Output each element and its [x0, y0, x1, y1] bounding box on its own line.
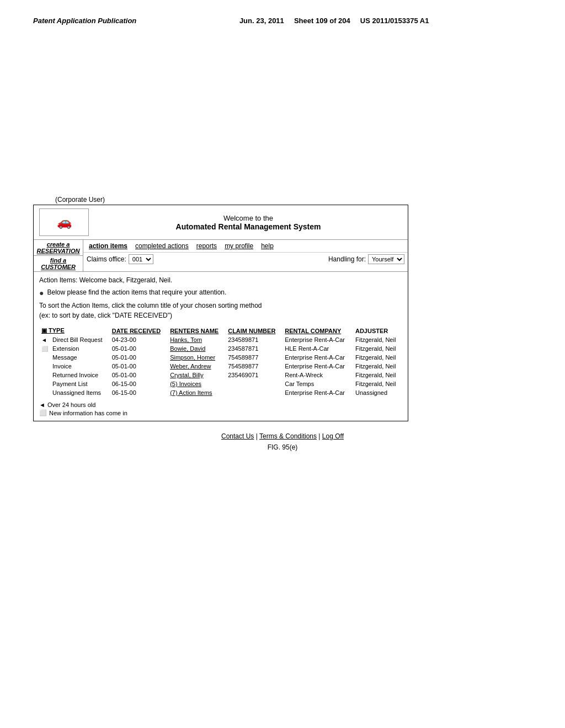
- nav-sub-row: Claims office: 001 Handling for: Yoursel…: [83, 253, 408, 266]
- row-renter[interactable]: Bowie, David: [168, 344, 226, 353]
- row-date: 05-01-00: [110, 353, 168, 362]
- claims-office-select[interactable]: 001: [129, 254, 153, 264]
- col-type[interactable]: ▣ TYPE: [39, 326, 110, 335]
- col-date[interactable]: DATE RECEIVED: [110, 326, 168, 335]
- row-adjuster: Fitzgerald, Neil: [353, 371, 402, 379]
- row-type: Returned Invoice: [50, 371, 110, 379]
- legend-icon-1: ◄: [39, 402, 45, 408]
- row-type: Invoice: [50, 362, 110, 371]
- patent-header: Patent Application Publication Jun. 23, …: [0, 0, 565, 30]
- row-date: 05-01-00: [110, 371, 168, 379]
- row-adjuster: Fitzgerald, Neil: [353, 353, 402, 362]
- row-date: 05-01-00: [110, 362, 168, 371]
- fig-label: FIG. 95(e): [268, 443, 298, 451]
- footer-logoff-link[interactable]: Log Off: [322, 432, 344, 440]
- find-customer-link[interactable]: find aCUSTOMER: [34, 256, 83, 271]
- table-header-row: ▣ TYPE DATE RECEIVED RENTERS NAME CLAIM …: [39, 326, 402, 335]
- row-company: Enterprise Rent-A-Car: [282, 388, 353, 397]
- legend: ◄ Over 24 hours old ⬜ New information ha…: [39, 402, 402, 416]
- row-type: Message: [50, 353, 110, 362]
- row-adjuster: Fitzgerald, Neil: [353, 335, 402, 344]
- action-welcome-text: Action Items: Welcome back, Fitzgerald, …: [39, 276, 402, 284]
- row-claim: [226, 388, 282, 397]
- row-type: Direct Bill Request: [50, 335, 110, 344]
- row-type: Extension: [50, 344, 110, 353]
- row-company: Enterprise Rent-A-Car: [282, 362, 353, 371]
- tab-action-items[interactable]: action items: [87, 242, 130, 250]
- row-icon: [39, 379, 50, 388]
- col-claim-number[interactable]: CLAIM NUMBER: [226, 326, 282, 335]
- action-info-text: Below please find the action items that …: [47, 288, 226, 296]
- row-date: 05-01-00: [110, 344, 168, 353]
- row-date: 06-15-00: [110, 388, 168, 397]
- row-claim: [226, 379, 282, 388]
- patent-number: US 2011/0153375 A1: [360, 17, 429, 25]
- row-claim: 754589877: [226, 353, 282, 362]
- row-claim: 234587871: [226, 344, 282, 353]
- page-footer: Contact Us | Terms & Conditions | Log Of…: [221, 432, 344, 440]
- row-renter[interactable]: Hanks, Tom: [168, 335, 226, 344]
- row-type: Payment List: [50, 379, 110, 388]
- tab-reports[interactable]: reports: [194, 242, 219, 250]
- sort-line2: (ex: to sort by date, click "DATE RECEIV…: [39, 312, 172, 319]
- row-icon: ◄: [39, 335, 50, 344]
- create-reservation-link[interactable]: create aRESERVATION: [34, 240, 83, 256]
- footer-terms-link[interactable]: Terms & Conditions: [259, 432, 317, 440]
- logo-area: 🚗: [39, 208, 89, 236]
- handling-section: Handling for: Yourself: [328, 254, 404, 264]
- welcome-text: Welcome to the Automated Rental Manageme…: [94, 214, 402, 231]
- table-row: Message 05-01-00 Simpson, Homer 75458987…: [39, 353, 402, 362]
- app-header: 🚗 Welcome to the Automated Rental Manage…: [34, 205, 408, 240]
- patent-sheet: Sheet 109 of 204: [294, 17, 350, 25]
- handling-for-select[interactable]: Yourself: [368, 254, 404, 264]
- tab-my-profile[interactable]: my profile: [222, 242, 255, 250]
- row-renter[interactable]: Simpson, Homer: [168, 353, 226, 362]
- patent-center: Jun. 23, 2011 Sheet 109 of 204 US 2011/0…: [239, 17, 429, 25]
- legend-icon-2: ⬜: [39, 409, 47, 416]
- row-company: Enterprise Rent-A-Car: [282, 335, 353, 344]
- footer-contact-link[interactable]: Contact Us: [221, 432, 254, 440]
- row-icon: ⬜: [39, 344, 50, 353]
- row-renter[interactable]: Weber, Andrew: [168, 362, 226, 371]
- legend-item-1: ◄ Over 24 hours old: [39, 402, 402, 408]
- corporate-user-label: (Corporate User): [55, 196, 105, 204]
- page-content: (Corporate User) 🚗 Welcome to the Automa…: [0, 30, 565, 451]
- row-date: 06-15-00: [110, 379, 168, 388]
- nav-right: action items completed actions reports m…: [83, 240, 408, 271]
- row-icon: [39, 362, 50, 371]
- tab-completed-actions[interactable]: completed actions: [133, 242, 191, 250]
- col-rental-company[interactable]: RENTAL COMPANY: [282, 326, 353, 335]
- footer-separator-1: |: [256, 432, 258, 440]
- col-renters-name[interactable]: RENTERS NAME: [168, 326, 226, 335]
- table-row: Returned Invoice 05-01-00 Crystal, Billy…: [39, 371, 402, 379]
- action-area: Action Items: Welcome back, Fitzgerald, …: [34, 272, 408, 421]
- table-row: Invoice 05-01-00 Weber, Andrew 754589877…: [39, 362, 402, 371]
- claims-section: Claims office: 001: [87, 254, 153, 264]
- legend-text-2: New information has come in: [49, 410, 127, 416]
- table-row: Unassigned Items 06-15-00 (7) Action Ite…: [39, 388, 402, 397]
- claims-label: Claims office:: [87, 255, 126, 263]
- patent-date: Jun. 23, 2011: [239, 17, 284, 25]
- row-company: Enterprise Rent-A-Car: [282, 353, 353, 362]
- action-info: ● Below please find the action items tha…: [39, 288, 402, 297]
- table-row: ◄ Direct Bill Request 04-23-00 Hanks, To…: [39, 335, 402, 344]
- row-adjuster: Fitzgerald, Neil: [353, 362, 402, 371]
- row-renter[interactable]: Crystal, Billy: [168, 371, 226, 379]
- table-row: Payment List 06-15-00 (5) Invoices Car T…: [39, 379, 402, 388]
- row-adjuster: Fitzgerald, Neil: [353, 344, 402, 353]
- row-icon: [39, 371, 50, 379]
- row-renter[interactable]: (7) Action Items: [168, 388, 226, 397]
- row-adjuster: Fitzgerald, Neil: [353, 379, 402, 388]
- action-items-table: ▣ TYPE DATE RECEIVED RENTERS NAME CLAIM …: [39, 326, 402, 397]
- bullet-icon: ●: [39, 288, 44, 297]
- row-icon: [39, 353, 50, 362]
- tab-help[interactable]: help: [259, 242, 276, 250]
- app-box: 🚗 Welcome to the Automated Rental Manage…: [33, 205, 408, 421]
- patent-left: Patent Application Publication: [33, 17, 136, 25]
- handling-label: Handling for:: [328, 255, 366, 263]
- row-adjuster: Unassigned: [353, 388, 402, 397]
- row-type: Unassigned Items: [50, 388, 110, 397]
- welcome-line2: Automated Rental Management System: [94, 222, 402, 231]
- row-claim: 234589871: [226, 335, 282, 344]
- row-renter[interactable]: (5) Invoices: [168, 379, 226, 388]
